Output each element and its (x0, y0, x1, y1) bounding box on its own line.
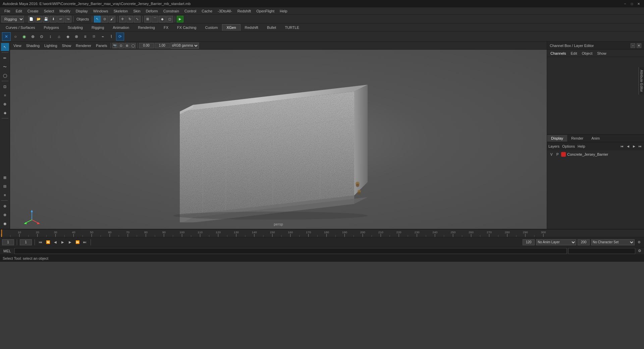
scale-tool-button[interactable]: ⤡ (134, 16, 141, 22)
xgen-icon-12[interactable]: ⌁ (99, 33, 107, 41)
xgen-icon-6[interactable]: ↕ (46, 33, 54, 41)
vp-show-menu[interactable]: Show (60, 43, 73, 48)
tab-fx[interactable]: FX (159, 24, 173, 31)
snap-point-button[interactable]: ◆ (159, 16, 166, 22)
lp-help-sub[interactable]: Help (578, 144, 585, 148)
vp-view-menu[interactable]: View (11, 43, 23, 48)
save-scene-button[interactable]: 💾 (43, 16, 49, 22)
redo-button[interactable]: ↪ (65, 16, 71, 22)
pb-next-key-btn[interactable]: ⏩ (74, 239, 80, 245)
layer-item[interactable]: V P Concrete_Jersey_Barrier (548, 151, 643, 158)
menu-windows[interactable]: Windows (91, 8, 111, 14)
vp-camera-btn[interactable]: 📷 (112, 43, 118, 48)
tab-fx-caching[interactable]: FX Caching (173, 24, 201, 31)
paint-effects-tool[interactable]: ⊕ (1, 100, 9, 108)
cmd-input-field[interactable] (14, 248, 567, 254)
menu-display[interactable]: Display (73, 8, 90, 14)
artisan-tool[interactable]: ◈ (1, 109, 9, 117)
menu-control[interactable]: Control (182, 8, 199, 14)
tab-sculpting[interactable]: Sculpting (63, 24, 87, 31)
xgen-icon-5[interactable]: ⊙ (38, 33, 46, 41)
open-scene-button[interactable]: 📂 (35, 16, 42, 22)
xgen-icon-2[interactable]: ○ (11, 33, 19, 41)
menu-deform[interactable]: Deform (144, 8, 160, 14)
pb-next-frame-btn[interactable]: ▶ (67, 239, 73, 245)
snap-grid-button[interactable]: ⊞ (144, 16, 151, 22)
lp-arrow-prev-prev[interactable]: ⏮ (619, 144, 625, 149)
lp-tab-display[interactable]: Display (547, 135, 567, 142)
tab-redshift[interactable]: Redshift (240, 24, 263, 31)
ch-tab-channels[interactable]: Channels (549, 51, 567, 56)
ch-tab-edit[interactable]: Edit (569, 51, 578, 56)
pb-anim-layer-select[interactable]: No Anim Layer (536, 239, 576, 245)
select-tool-left[interactable]: ↖ (1, 43, 9, 51)
menu-skeleton[interactable]: Skeleton (111, 8, 130, 14)
menu-file[interactable]: File (2, 8, 13, 14)
vp-wireframe-btn[interactable]: ⊞ (124, 43, 130, 48)
pb-char-set-select[interactable]: No Character Set (591, 239, 635, 245)
xgen-icon-9[interactable]: ⊗ (72, 33, 80, 41)
lp-arrow-next[interactable]: ▶ (631, 144, 637, 149)
xgen-icon-14[interactable]: ⟳ (116, 33, 124, 41)
menu-select[interactable]: Select (42, 8, 57, 14)
vp-shading-menu[interactable]: Shading (24, 43, 42, 48)
menu-3dto[interactable]: -3DtoAll- (215, 8, 234, 14)
menu-edit[interactable]: Edit (13, 8, 24, 14)
attribute-editor-side-tab[interactable]: Attribute Editor (639, 67, 644, 95)
playback-current-frame[interactable] (20, 239, 32, 245)
pb-play-btn[interactable]: ▶ (60, 239, 66, 245)
snap-curve-button[interactable]: ⌒ (152, 16, 158, 22)
lp-tab-anim[interactable]: Anim (587, 135, 604, 142)
vp-value2-input[interactable] (155, 43, 170, 48)
menu-create[interactable]: Create (25, 8, 41, 14)
maximize-button[interactable]: □ (629, 1, 635, 6)
layer-p-toggle[interactable]: P (555, 152, 560, 157)
xgen-icon-10[interactable]: ≡ (81, 33, 89, 41)
lp-tab-render[interactable]: Render (567, 135, 587, 142)
smooth-tool[interactable]: ◯ (1, 71, 9, 80)
select-tool-button[interactable]: ↖ (94, 16, 101, 22)
tab-rigging[interactable]: Rigging (87, 24, 108, 31)
tool-grid-3[interactable]: ≡ (1, 191, 9, 199)
pb-prev-key-btn[interactable]: ⏪ (45, 239, 51, 245)
xgen-icon-7[interactable]: ⌂ (55, 33, 63, 41)
tool-grid-2[interactable]: ⊟ (1, 182, 9, 190)
rotate-tool-button[interactable]: ↻ (126, 16, 133, 22)
pb-end-anim-input[interactable] (578, 239, 590, 245)
menu-openflight[interactable]: OpenFlight (254, 8, 277, 14)
layer-visibility-toggle[interactable]: V (549, 152, 554, 157)
sculpt-tool[interactable]: 〜 (1, 63, 9, 71)
cb-close-btn[interactable]: ✕ (637, 43, 641, 48)
playback-start-input[interactable] (2, 239, 14, 245)
pb-start-btn[interactable]: ⏮ (38, 239, 44, 245)
move-tool-button[interactable]: ✛ (119, 16, 126, 22)
paint-tool[interactable]: ✏ (1, 54, 9, 62)
tab-custom[interactable]: Custom (201, 24, 222, 31)
vp-value1-input[interactable] (139, 43, 154, 48)
lp-arrow-next-next[interactable]: ⏭ (637, 144, 643, 149)
paint-select-button[interactable]: 🖌 (109, 16, 115, 22)
tab-xgen[interactable]: XGen (222, 24, 240, 31)
tool-misc-2[interactable]: ⊗ (1, 211, 9, 219)
menu-help[interactable]: Help (277, 8, 290, 14)
menu-redshift[interactable]: Redshift (235, 8, 253, 14)
menu-skin[interactable]: Skin (131, 8, 143, 14)
xgen-icon-1[interactable]: ✕ (2, 32, 11, 41)
vp-smooth-btn[interactable]: ◯ (130, 43, 136, 48)
tab-rendering[interactable]: Rendering (133, 24, 159, 31)
vp-panels-menu[interactable]: Panels (94, 43, 109, 48)
mode-selector[interactable]: Rigging (1, 16, 24, 22)
xgen-icon-13[interactable]: ⌇ (107, 33, 115, 41)
lasso-tool[interactable]: ⌗ (1, 91, 9, 99)
minimize-button[interactable]: − (623, 1, 628, 6)
tab-bullet[interactable]: Bullet (263, 24, 281, 31)
cmd-output-field[interactable] (568, 248, 635, 254)
snap-surface-button[interactable]: ◻ (166, 16, 173, 22)
vp-colorspace-select[interactable]: sRGB gamma (170, 43, 199, 49)
new-scene-button[interactable]: 📄 (28, 16, 35, 22)
xgen-icon-8[interactable]: ◈ (64, 33, 72, 41)
viewport[interactable]: View Shading Lighting Show Renderer Pane… (10, 42, 547, 229)
xgen-icon-4[interactable]: ⊕ (29, 33, 37, 41)
tool-grid-1[interactable]: ⊞ (1, 173, 9, 182)
pb-end-btn[interactable]: ⏭ (82, 239, 88, 245)
